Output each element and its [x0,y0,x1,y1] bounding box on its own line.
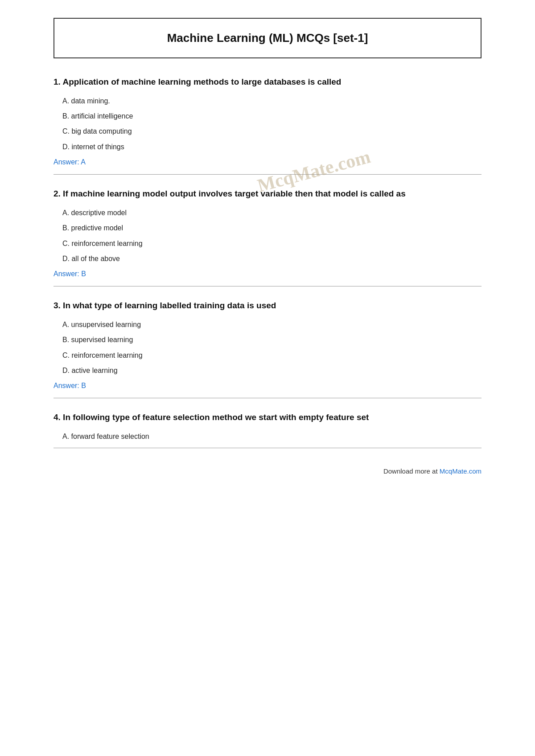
questions-container: 1. Application of machine learning metho… [54,76,482,448]
question-text-2: 2. If machine learning model output invo… [54,188,482,200]
option-item-1-1: B. artificial intelligence [62,111,482,121]
option-item-3-2: C. reinforcement learning [62,351,482,360]
divider-3 [54,398,482,398]
option-item-2-3: D. all of the above [62,254,482,264]
option-item-3-3: D. active learning [62,366,482,376]
option-item-1-2: C. big data computing [62,127,482,136]
divider-1 [54,174,482,175]
option-item-2-2: C. reinforcement learning [62,239,482,249]
answer-1: Answer: A [54,158,482,166]
answer-2: Answer: B [54,270,482,278]
question-text-1: 1. Application of machine learning metho… [54,76,482,88]
question-text-3: 3. In what type of learning labelled tra… [54,300,482,312]
divider-2 [54,286,482,286]
question-block-2: 2. If machine learning model output invo… [54,188,482,278]
option-item-1-0: A. data mining. [62,96,482,106]
footer-text: Download more at [383,467,440,475]
question-block-4: 4. In following type of feature selectio… [54,412,482,441]
option-item-4-0: A. forward feature selection [62,432,482,441]
option-item-3-0: A. unsupervised learning [62,320,482,330]
divider-4 [54,448,482,448]
page-container: Machine Learning (ML) MCQs [set-1] McqMa… [54,0,482,488]
page-title: Machine Learning (ML) MCQs [set-1] [63,31,472,45]
title-box: Machine Learning (ML) MCQs [set-1] [54,18,482,58]
footer-link[interactable]: McqMate.com [440,467,482,475]
footer: Download more at McqMate.com [383,467,482,475]
options-list-3: A. unsupervised learningB. supervised le… [62,320,482,376]
option-item-3-1: B. supervised learning [62,335,482,345]
options-list-4: A. forward feature selection [62,432,482,441]
options-list-1: A. data mining.B. artificial intelligenc… [62,96,482,152]
question-block-1: 1. Application of machine learning metho… [54,76,482,166]
option-item-1-3: D. internet of things [62,142,482,152]
option-item-2-0: A. descriptive model [62,208,482,218]
question-block-3: 3. In what type of learning labelled tra… [54,300,482,390]
options-list-2: A. descriptive modelB. predictive modelC… [62,208,482,264]
question-text-4: 4. In following type of feature selectio… [54,412,482,424]
option-item-2-1: B. predictive model [62,223,482,233]
answer-3: Answer: B [54,382,482,390]
